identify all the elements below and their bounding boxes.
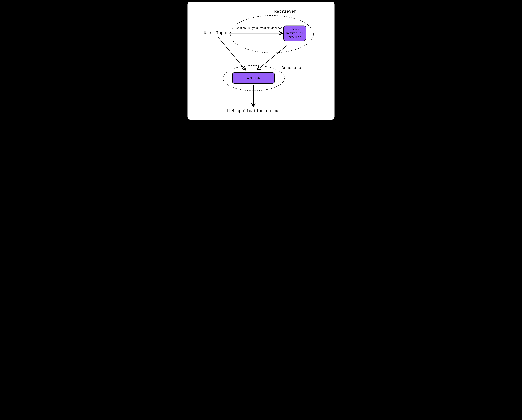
search-hint-label: search in your vector database xyxy=(236,27,284,30)
diagram-frame: Retriever Generator User Input search in… xyxy=(187,1,335,120)
arrow-userinput-gpt xyxy=(218,37,245,70)
user-input-label: User Input xyxy=(204,30,228,36)
output-label: LLM application output xyxy=(227,109,281,113)
retriever-label: Retriever xyxy=(274,9,296,14)
topk-node: Top-KRetrievalresults xyxy=(283,25,306,41)
generator-label: Generator xyxy=(282,66,304,70)
diagram-canvas xyxy=(187,2,335,120)
gpt-node: GPT-3.5 xyxy=(232,72,275,84)
